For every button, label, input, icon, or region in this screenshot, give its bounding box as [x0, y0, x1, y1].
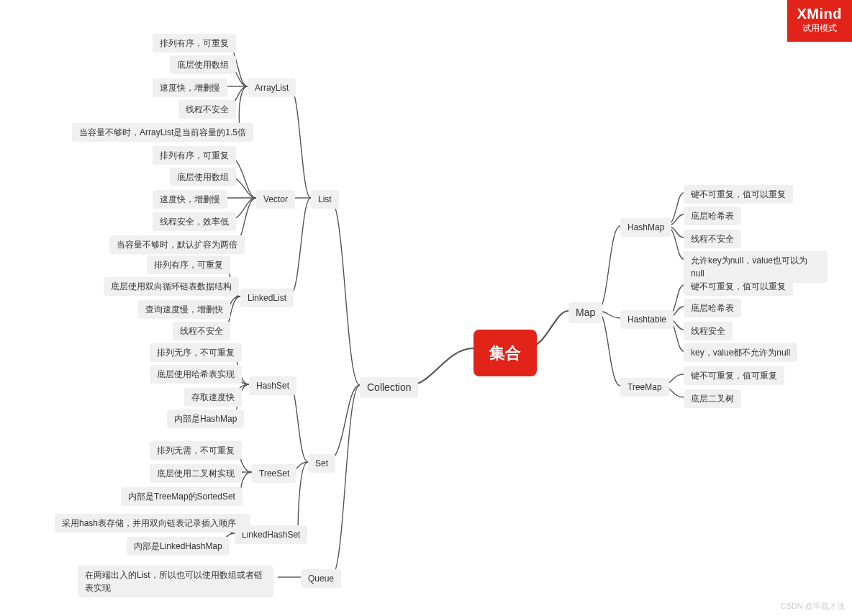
treemap-leaf: 底层二叉树: [684, 389, 741, 408]
vector-leaf: 底层使用数组: [170, 168, 236, 186]
arraylist-leaf: 底层使用数组: [170, 55, 236, 74]
hashset-leaf: 排列无序，不可重复: [150, 343, 242, 362]
linkedlist-leaf: 排列有序，可重复: [147, 255, 230, 274]
linkedlist-node[interactable]: LinkedList: [240, 289, 294, 307]
xmind-mode: 试用模式: [797, 22, 843, 35]
linkedhashset-leaf: 内部是LinkedHashMap: [127, 537, 230, 556]
treeset-leaf: 内部是TreeMap的SortedSet: [121, 487, 243, 506]
treeset-leaf: 排列无需，不可重复: [150, 441, 242, 460]
arraylist-leaf: 当容量不够时，ArrayList是当前容量的1.5倍: [72, 123, 253, 142]
treeset-node[interactable]: TreeSet: [252, 464, 296, 483]
arraylist-leaf: 速度快，增删慢: [153, 78, 227, 97]
hashmap-leaf: 底层哈希表: [684, 207, 741, 225]
hashmap-leaf: 键不可重复，值可以重复: [684, 185, 793, 204]
vector-leaf: 速度快，增删慢: [153, 190, 227, 209]
xmind-watermark: XMind 试用模式: [787, 0, 853, 42]
hashset-node[interactable]: HashSet: [249, 376, 296, 395]
set-node[interactable]: Set: [308, 454, 335, 473]
hashtable-leaf: 键不可重复，值可以重复: [684, 277, 793, 296]
linkedlist-leaf: 底层使用双向循环链表数据结构: [104, 277, 239, 296]
root-node[interactable]: 集合: [473, 330, 537, 376]
hashset-leaf: 存取速度快: [184, 388, 242, 407]
hashset-leaf: 内部是HashMap: [167, 409, 244, 428]
linkedhashset-leaf: 采用hash表存储，并用双向链表记录插入顺序: [55, 514, 250, 533]
hashmap-leaf: 线程不安全: [684, 230, 741, 248]
hashtable-leaf: 底层哈希表: [684, 299, 741, 317]
list-node[interactable]: List: [311, 190, 339, 209]
arraylist-leaf: 排列有序，可重复: [153, 34, 236, 53]
vector-node[interactable]: Vector: [256, 190, 295, 209]
treeset-leaf: 底层使用二叉树实现: [150, 464, 242, 483]
hashtable-node[interactable]: Hashtable: [620, 310, 674, 329]
arraylist-leaf: 线程不安全: [178, 100, 236, 119]
queue-node[interactable]: Queue: [301, 569, 341, 588]
collection-node[interactable]: Collection: [360, 377, 418, 398]
treemap-node[interactable]: TreeMap: [620, 378, 669, 397]
hashset-leaf: 底层使用哈希表实现: [150, 365, 242, 384]
vector-leaf: 当容量不够时，默认扩容为两倍: [109, 235, 245, 254]
treemap-leaf: 键不可重复，值可重复: [684, 366, 784, 385]
linkedlist-leaf: 线程不安全: [173, 322, 230, 340]
credit-text: CSDN @学疏才浅: [781, 601, 845, 612]
hashtable-leaf: key，value都不允许为null: [684, 343, 797, 362]
queue-leaf: 在两端出入的List，所以也可以使用数组或者链表实现: [78, 566, 273, 597]
vector-leaf: 排列有序，可重复: [153, 146, 236, 165]
vector-leaf: 线程安全，效率低: [153, 212, 236, 231]
hashtable-leaf: 线程安全: [684, 322, 733, 340]
arraylist-node[interactable]: ArrayList: [248, 78, 296, 97]
map-node[interactable]: Map: [568, 302, 602, 323]
xmind-brand: XMind: [797, 6, 843, 22]
mindmap-canvas[interactable]: 集合 Collection Map List Set Queue ArrayLi…: [0, 0, 852, 616]
hashmap-node[interactable]: HashMap: [620, 218, 671, 237]
linkedlist-leaf: 查询速度慢，增删快: [138, 300, 230, 319]
